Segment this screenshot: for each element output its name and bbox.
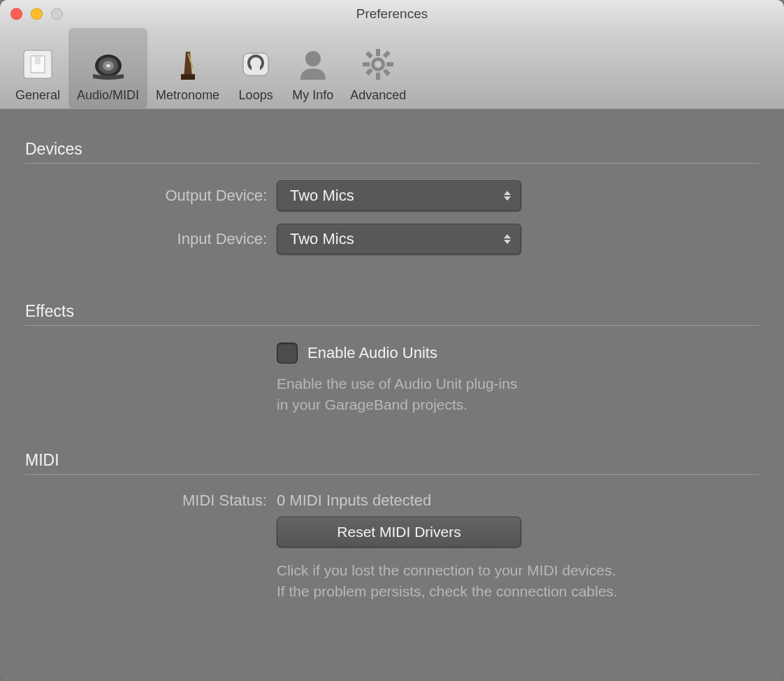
speaker-icon bbox=[89, 45, 128, 84]
loops-icon bbox=[236, 45, 275, 84]
window-title: Preferences bbox=[0, 6, 784, 22]
content-pane: Devices Output Device: Two Mics Input De… bbox=[0, 109, 784, 681]
svg-rect-15 bbox=[376, 73, 380, 80]
minimize-window-button[interactable] bbox=[31, 8, 43, 20]
switch-icon bbox=[18, 45, 57, 84]
divider bbox=[25, 474, 759, 475]
tab-audio-midi[interactable]: Audio/MIDI bbox=[68, 28, 147, 108]
tab-metronome[interactable]: Metronome bbox=[147, 28, 228, 108]
svg-rect-20 bbox=[383, 50, 391, 58]
svg-point-6 bbox=[106, 64, 110, 68]
enable-audio-units-label: Enable Audio Units bbox=[307, 344, 437, 362]
chevron-up-down-icon bbox=[504, 234, 511, 244]
titlebar: Preferences bbox=[0, 0, 784, 28]
midi-status-row: MIDI Status: 0 MIDI Inputs detected bbox=[25, 492, 759, 510]
input-device-label: Input Device: bbox=[25, 230, 277, 248]
output-device-row: Output Device: Two Mics bbox=[25, 180, 759, 211]
window-controls bbox=[10, 8, 63, 20]
tab-label: My Info bbox=[292, 88, 333, 103]
gear-icon bbox=[358, 45, 398, 84]
svg-rect-17 bbox=[386, 62, 393, 66]
svg-point-12 bbox=[305, 51, 321, 66]
preferences-window: Preferences General bbox=[0, 0, 784, 681]
svg-point-22 bbox=[375, 61, 382, 68]
tab-label: General bbox=[15, 88, 60, 103]
description-line: If the problem persists, check the conne… bbox=[277, 581, 759, 602]
output-device-label: Output Device: bbox=[25, 187, 277, 205]
button-label: Reset MIDI Drivers bbox=[337, 524, 460, 540]
section-devices-title: Devices bbox=[25, 140, 759, 159]
divider bbox=[25, 163, 759, 164]
section-midi-title: MIDI bbox=[25, 451, 759, 470]
description-line: in your GarageBand projects. bbox=[277, 394, 759, 415]
tab-advanced[interactable]: Advanced bbox=[342, 28, 414, 108]
description-line: Enable the use of Audio Unit plug-ins bbox=[277, 373, 759, 394]
tab-loops[interactable]: Loops bbox=[228, 28, 284, 108]
svg-rect-8 bbox=[181, 74, 195, 80]
input-device-select[interactable]: Two Mics bbox=[277, 224, 521, 255]
input-device-row: Input Device: Two Mics bbox=[25, 224, 759, 255]
tab-label: Advanced bbox=[350, 88, 406, 103]
tab-general[interactable]: General bbox=[7, 28, 68, 108]
effects-description: Enable the use of Audio Unit plug-ins in… bbox=[277, 373, 759, 416]
reset-midi-drivers-button[interactable]: Reset MIDI Drivers bbox=[277, 517, 521, 547]
zoom-window-button[interactable] bbox=[51, 8, 63, 20]
tab-label: Loops bbox=[239, 88, 273, 103]
description-line: Click if you lost the connection to your… bbox=[277, 560, 759, 581]
close-window-button[interactable] bbox=[10, 8, 22, 20]
metronome-icon bbox=[168, 45, 208, 84]
divider bbox=[25, 325, 759, 326]
input-device-value: Two Mics bbox=[290, 230, 354, 248]
tab-label: Metronome bbox=[156, 88, 219, 103]
chevron-up-down-icon bbox=[504, 191, 511, 201]
enable-audio-units-row: Enable Audio Units bbox=[277, 343, 759, 364]
enable-audio-units-checkbox[interactable] bbox=[277, 343, 298, 364]
svg-rect-18 bbox=[365, 51, 373, 59]
svg-rect-21 bbox=[365, 68, 373, 76]
preference-tabs: General Audio/MIDI bbox=[0, 28, 784, 109]
tab-label: Audio/MIDI bbox=[77, 88, 139, 103]
svg-rect-16 bbox=[363, 62, 370, 66]
midi-status-label: MIDI Status: bbox=[25, 492, 277, 510]
midi-description: Click if you lost the connection to your… bbox=[277, 560, 759, 603]
svg-rect-19 bbox=[383, 69, 391, 76]
tab-my-info[interactable]: My Info bbox=[284, 28, 342, 108]
midi-status-value: 0 MIDI Inputs detected bbox=[277, 492, 431, 510]
svg-rect-2 bbox=[35, 56, 41, 64]
section-effects-title: Effects bbox=[25, 302, 759, 321]
person-icon bbox=[293, 45, 333, 84]
output-device-value: Two Mics bbox=[290, 187, 354, 205]
svg-rect-11 bbox=[252, 67, 260, 74]
svg-rect-14 bbox=[376, 49, 380, 56]
output-device-select[interactable]: Two Mics bbox=[277, 180, 521, 211]
